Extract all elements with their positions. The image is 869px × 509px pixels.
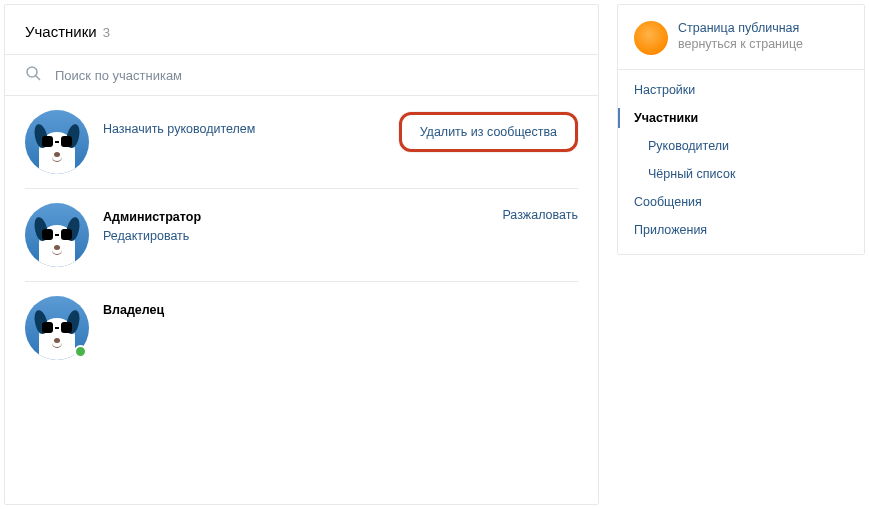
avatar[interactable] (25, 296, 89, 360)
sidebar-item-apps[interactable]: Приложения (618, 216, 864, 244)
page-title: Участники (25, 23, 97, 40)
avatar[interactable] (25, 110, 89, 174)
members-count: 3 (103, 25, 110, 40)
search-row (5, 55, 598, 96)
online-indicator-icon (74, 345, 87, 358)
member-row: Назначить руководителем Удалить из сообщ… (25, 96, 578, 189)
sidebar-item-members[interactable]: Участники (618, 104, 864, 132)
community-title-link[interactable]: Страница публичная (678, 21, 803, 35)
member-row: Владелец (25, 282, 578, 374)
sidebar-nav: Настройки Участники Руководители Чёрный … (618, 70, 864, 244)
sidebar-item-blacklist[interactable]: Чёрный список (618, 160, 864, 188)
members-list: Назначить руководителем Удалить из сообщ… (5, 96, 598, 374)
sidebar-item-settings[interactable]: Настройки (618, 76, 864, 104)
member-role: Администратор (103, 210, 488, 224)
svg-line-1 (36, 76, 40, 80)
edit-manager-link[interactable]: Редактировать (103, 229, 488, 243)
member-role: Владелец (103, 303, 564, 317)
community-avatar[interactable] (634, 21, 668, 55)
avatar[interactable] (25, 203, 89, 267)
search-input[interactable] (55, 68, 578, 83)
demote-link[interactable]: Разжаловать (502, 208, 578, 222)
remove-from-community-link[interactable]: Удалить из сообщества (399, 112, 578, 152)
search-icon (25, 65, 41, 85)
members-panel: Участники 3 Назначить руководителем Уд (4, 4, 599, 505)
member-row: Администратор Редактировать Разжаловать (25, 189, 578, 282)
sidebar-item-managers[interactable]: Руководители (618, 132, 864, 160)
assign-manager-link[interactable]: Назначить руководителем (103, 122, 385, 136)
community-card: Страница публичная вернуться к странице (618, 5, 864, 70)
panel-header: Участники 3 (5, 5, 598, 55)
back-to-page-link[interactable]: вернуться к странице (678, 37, 803, 51)
sidebar-item-messages[interactable]: Сообщения (618, 188, 864, 216)
sidebar: Страница публичная вернуться к странице … (617, 4, 865, 505)
